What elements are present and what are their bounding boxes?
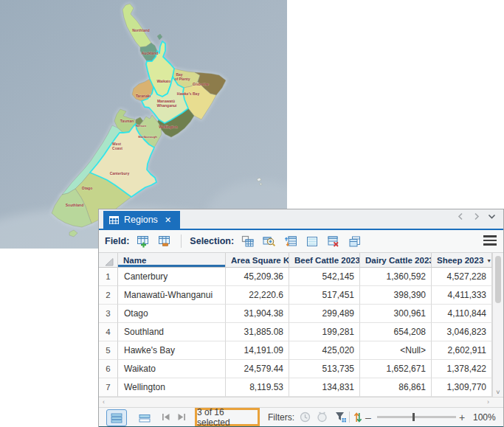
column-header-dairy[interactable]: Dairy Cattle 2023 — [360, 253, 432, 268]
clear-selection-button[interactable] — [304, 233, 320, 249]
cell-dairy[interactable]: 654,208 — [360, 323, 432, 341]
selection-label: Selection: — [190, 236, 234, 246]
calculate-field-button[interactable] — [156, 233, 173, 249]
column-header-beef[interactable]: Beef Cattle 2023 — [289, 253, 360, 268]
row-number[interactable]: 7 — [99, 378, 118, 397]
chevron-left-icon[interactable] — [457, 212, 465, 221]
field-label: Field: — [105, 236, 129, 246]
map-label-auckland: Auckland — [142, 51, 159, 55]
scroll-left-icon[interactable]: ‹ — [103, 398, 105, 406]
cell-beef[interactable]: 199,281 — [289, 323, 360, 341]
cell-name[interactable]: Otago — [118, 305, 226, 323]
calculate-field-icon — [158, 235, 171, 248]
row-number[interactable]: 3 — [99, 305, 118, 323]
cell-name[interactable]: Waikato — [118, 360, 226, 378]
table-view-button[interactable] — [106, 409, 127, 426]
cell-name[interactable]: Manawatū-Whanganui — [118, 286, 226, 305]
go-to-last-record-button[interactable] — [177, 408, 187, 426]
cell-beef[interactable]: 513,735 — [289, 360, 360, 378]
cell-area[interactable]: 22,220.6 — [226, 286, 289, 305]
cell-beef[interactable]: 134,831 — [289, 378, 360, 397]
row-number[interactable]: 5 — [99, 341, 118, 360]
cell-sheep[interactable]: 1,309,770 — [432, 378, 492, 397]
cell-dairy[interactable]: <Null> — [360, 341, 432, 360]
zoom-out-button[interactable]: – — [365, 408, 371, 426]
tab-regions[interactable]: Regions ✕ — [103, 211, 180, 229]
time-filter-button[interactable] — [300, 408, 311, 426]
cell-dairy[interactable]: 86,861 — [360, 378, 432, 397]
cell-name[interactable]: Wellington — [118, 378, 226, 397]
selection-count-annotation: 3 of 16 selected — [195, 408, 260, 426]
column-header-sheep[interactable]: Sheep 2023▼ — [432, 253, 492, 268]
cell-area[interactable]: 8,119.53 — [226, 378, 289, 397]
scroll-right-icon[interactable]: › — [487, 398, 489, 406]
cell-sheep[interactable]: 4,527,228 — [432, 268, 492, 286]
scrollbar-thumb[interactable] — [495, 256, 501, 303]
zoom-to-selection-button[interactable] — [261, 233, 277, 249]
cell-sheep[interactable]: 3,046,823 — [432, 323, 492, 341]
row-number[interactable]: 2 — [99, 286, 118, 305]
column-header-area[interactable]: Area Square Km — [226, 253, 289, 268]
chevron-right-icon[interactable] — [472, 212, 480, 221]
cell-sheep[interactable]: 4,110,844 — [432, 305, 492, 323]
cell-name[interactable]: Southland — [118, 323, 226, 341]
cell-name[interactable]: Canterbury — [118, 268, 226, 286]
cell-dairy[interactable]: 300,961 — [360, 305, 432, 323]
corner-triangle-icon — [103, 255, 114, 267]
go-to-first-record-button[interactable] — [161, 408, 170, 426]
switch-selection-button[interactable] — [283, 233, 299, 249]
cell-sheep[interactable]: 1,378,422 — [432, 360, 492, 378]
map-label-manawat-whanganui: Whanganui — [157, 103, 178, 108]
scroll-down-icon[interactable]: ˅ — [493, 389, 503, 396]
map-label-waikato: Waikato — [157, 79, 171, 83]
row-number[interactable]: 1 — [99, 268, 118, 286]
vertical-scrollbar[interactable]: ˅ — [492, 253, 503, 397]
add-field-button[interactable] — [135, 233, 151, 249]
cell-beef[interactable]: 425,020 — [289, 341, 360, 360]
add-field-icon — [137, 235, 150, 248]
row-number[interactable]: 6 — [99, 360, 118, 378]
select-by-attributes-button[interactable] — [240, 233, 256, 249]
zoom-slider-handle[interactable] — [412, 413, 415, 421]
zoom-slider[interactable] — [377, 416, 456, 418]
cell-dairy[interactable]: 398,390 — [360, 286, 432, 305]
column-header-name[interactable]: Name — [118, 253, 226, 268]
close-icon[interactable]: ✕ — [163, 215, 173, 225]
cell-area[interactable]: 45,209.36 — [226, 268, 289, 286]
map-label-canterbury: Canterbury — [110, 171, 130, 176]
zoom-to-selection-icon — [263, 235, 276, 248]
map-label-marlborough: Marlborough — [138, 135, 157, 139]
sort-fields-button[interactable] — [353, 408, 363, 426]
cell-sheep[interactable]: 4,411,333 — [432, 286, 492, 305]
cell-dairy[interactable]: 1,360,592 — [360, 268, 432, 286]
horizontal-scrollbar[interactable]: ‹ › — [99, 397, 503, 407]
cell-beef[interactable]: 517,451 — [289, 286, 360, 305]
cell-name[interactable]: Hawke's Bay — [118, 341, 226, 360]
zoom-in-button[interactable]: + — [459, 408, 465, 426]
cell-beef[interactable]: 542,145 — [289, 268, 360, 286]
cell-sheep[interactable]: 2,602,911 — [432, 341, 492, 360]
table-toolbar: Field: Selection: — [99, 230, 503, 253]
copy-selection-button[interactable] — [347, 233, 363, 249]
cell-beef[interactable]: 299,489 — [289, 305, 360, 323]
copy-icon — [348, 235, 362, 248]
range-filter-button[interactable] — [317, 408, 328, 426]
delete-selected-button[interactable] — [325, 233, 342, 249]
form-view-button[interactable] — [134, 409, 155, 426]
cell-area[interactable]: 31,885.08 — [226, 323, 289, 341]
chevron-down-icon[interactable] — [488, 212, 496, 221]
form-view-icon — [139, 413, 151, 423]
status-bar: 3 of 16 selected Filters: — [99, 407, 503, 426]
cell-area[interactable]: 14,191.09 — [226, 341, 289, 360]
cell-area[interactable]: 31,904.38 — [226, 305, 289, 323]
select-all-corner[interactable] — [99, 253, 118, 268]
attribute-table: NameArea Square KmBeef Cattle 2023Dairy … — [99, 253, 492, 397]
attribute-table-panel: Regions ✕ Field: — [98, 209, 504, 427]
cell-dairy[interactable]: 1,652,671 — [360, 360, 432, 378]
cell-area[interactable]: 24,579.44 — [226, 360, 289, 378]
menu-button[interactable] — [483, 235, 497, 248]
row-number[interactable]: 4 — [99, 323, 118, 341]
map-label-bay-of-plenty: of Plenty — [174, 77, 190, 81]
map-label-northland: Northland — [132, 28, 150, 32]
filter-toggle-button[interactable] — [335, 408, 347, 426]
